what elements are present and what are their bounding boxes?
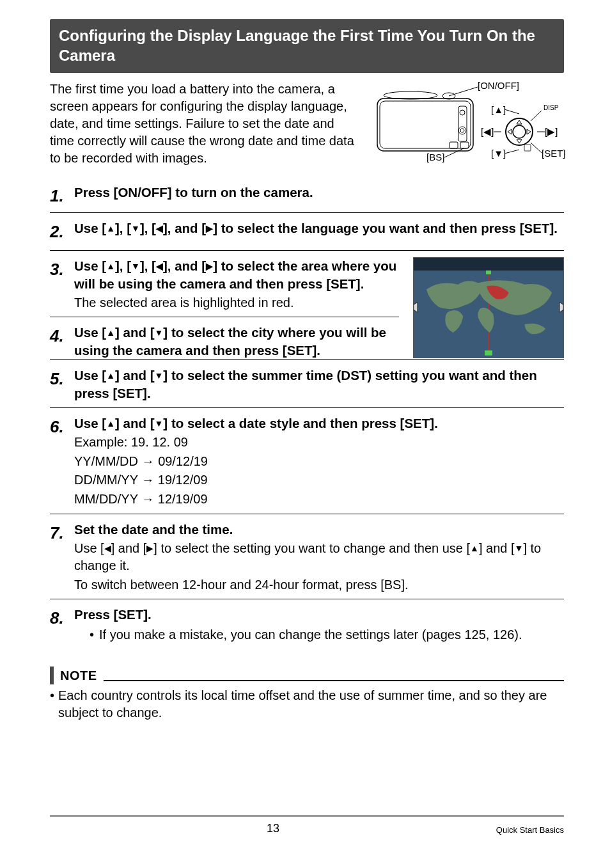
svg-point-6: [458, 127, 466, 134]
step-text: Use [▲] and [▼] to select the summer tim…: [74, 368, 537, 400]
label-set: [SET]: [542, 147, 566, 160]
step-text: Use [▲] and [▼] to select the city where…: [74, 325, 386, 358]
bullet-text: If you make a mistake, you can change th…: [99, 626, 522, 643]
step-number: 6.: [50, 414, 74, 438]
svg-point-5: [460, 110, 465, 115]
svg-rect-1: [380, 101, 471, 148]
section-heading: Configuring the Display Language the Fir…: [50, 19, 564, 73]
svg-rect-24: [486, 270, 491, 274]
step-1: 1. Press [ON/OFF] to turn on the camera.: [50, 177, 564, 212]
svg-line-14: [504, 109, 519, 114]
step-number: 5.: [50, 367, 74, 390]
bullet-icon: •: [50, 687, 54, 722]
step-bullet: • If you make a mistake, you can change …: [90, 626, 564, 643]
step-text: Use [▲], [▼], [◀], and [▶] to select the…: [74, 221, 558, 235]
intro-paragraph: The first time you load a battery into t…: [50, 81, 354, 167]
svg-rect-20: [524, 145, 531, 151]
svg-rect-8: [450, 142, 458, 148]
label-right: [▶]: [545, 125, 558, 138]
step-subtext: Use [◀] and [▶] to select the setting yo…: [74, 540, 564, 575]
step-number: 7.: [50, 521, 74, 544]
steps-list: 1. Press [ON/OFF] to turn on the camera.…: [50, 177, 564, 649]
label-up: [▲]: [491, 104, 506, 116]
label-disp: DISP: [544, 104, 558, 113]
map-screenshot: Select Home City: [413, 257, 564, 358]
svg-rect-25: [485, 350, 492, 355]
step-text: Press [SET].: [74, 607, 152, 622]
step-8: 8. Press [SET]. • If you make a mistake,…: [50, 599, 564, 649]
note-block: NOTE • Each country controls its local t…: [50, 667, 564, 722]
svg-point-12: [506, 118, 533, 145]
label-down: [▼]: [491, 147, 506, 160]
camera-diagram: [ON/OFF] [BS] [▲] [◀] [▼] [▶] [SET] DISP: [366, 81, 564, 164]
svg-line-18: [531, 111, 542, 121]
step-number: 4.: [50, 324, 74, 347]
format-row: DD/MM/YY → 19/12/09: [74, 471, 564, 489]
svg-line-10: [449, 87, 478, 96]
step-text: Use [▲], [▼], [◀], and [▶] to select the…: [74, 258, 396, 291]
svg-point-7: [460, 129, 464, 132]
svg-line-19: [531, 143, 542, 153]
step-5: 5. Use [▲] and [▼] to select the summer …: [50, 359, 564, 407]
note-label: NOTE: [60, 667, 97, 684]
step-4: 4. Use [▲] and [▼] to select the city wh…: [50, 317, 399, 359]
svg-point-3: [384, 91, 437, 99]
step-3-4-group: 3. Use [▲], [▼], [◀], and [▶] to select …: [50, 250, 564, 360]
step-number: 8.: [50, 606, 74, 629]
svg-point-13: [513, 125, 526, 138]
svg-line-11: [444, 148, 464, 157]
note-bar-icon: [50, 667, 54, 684]
label-onoff: [ON/OFF]: [478, 79, 519, 92]
step-subtext-2: To switch between 12-hour and 24-hour fo…: [74, 576, 564, 594]
page-number: 13: [50, 821, 496, 836]
step-number: 2.: [50, 219, 74, 243]
step-text: Press [ON/OFF] to turn on the camera.: [74, 185, 313, 200]
arrow-icon: →: [141, 473, 154, 487]
step-2: 2. Use [▲], [▼], [◀], and [▶] to select …: [50, 212, 564, 248]
step-3: 3. Use [▲], [▼], [◀], and [▶] to select …: [50, 257, 399, 312]
step-6: 6. Use [▲] and [▼] to select a date styl…: [50, 407, 564, 513]
step-7: 7. Set the date and the time. Use [◀] an…: [50, 514, 564, 599]
step-text: Use [▲] and [▼] to select a date style a…: [74, 416, 438, 430]
step-number: 3.: [50, 257, 74, 281]
svg-rect-22: [414, 258, 563, 271]
arrow-icon: →: [141, 492, 154, 506]
note-divider: [104, 680, 564, 681]
format-row: MM/DD/YY → 12/19/09: [74, 491, 564, 509]
example-line: Example: 19. 12. 09: [74, 434, 564, 452]
label-bs: [BS]: [426, 151, 444, 164]
svg-rect-9: [460, 142, 469, 148]
label-left: [◀]: [481, 125, 494, 138]
page-footer: 13 Quick Start Basics: [50, 815, 564, 836]
bullet-icon: •: [90, 626, 94, 643]
step-subtext: The selected area is highlighted in red.: [74, 294, 399, 312]
step-number: 1.: [50, 184, 74, 207]
format-row: YY/MM/DD → 09/12/19: [74, 453, 564, 471]
note-text: Each country controls its local time off…: [58, 687, 564, 722]
arrow-icon: →: [142, 454, 155, 468]
step-text: Set the date and the time.: [74, 522, 233, 537]
chapter-title: Quick Start Basics: [496, 825, 564, 836]
svg-line-17: [504, 150, 519, 154]
